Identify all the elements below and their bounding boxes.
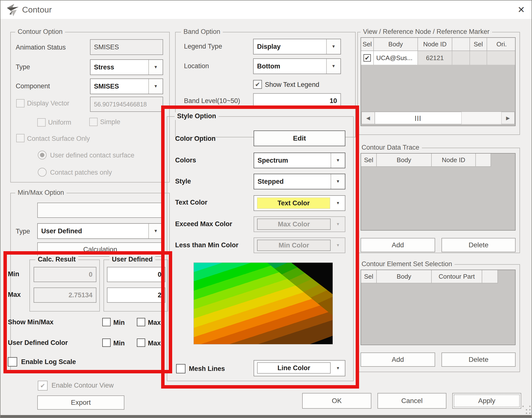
apply-button[interactable]: Apply — [452, 393, 521, 409]
user-defined-color-min-checkbox[interactable] — [102, 339, 111, 347]
show-text-legend-label: Show Text Legend — [265, 81, 319, 89]
column-header-blank[interactable] — [476, 154, 491, 167]
horizontal-scrollbar[interactable]: ◀ ||| ▶ — [361, 111, 515, 125]
type-combo[interactable]: Stress ▼ — [90, 59, 163, 75]
minmax-type-combo-value: User Defined — [38, 224, 148, 238]
line-color-button[interactable]: Line Color — [257, 362, 331, 374]
style-combo-value: Stepped — [254, 174, 331, 189]
column-header-sel[interactable]: Sel — [361, 270, 377, 283]
row-sel2-cell[interactable] — [470, 51, 487, 65]
color-option-edit-button[interactable]: Edit — [254, 131, 345, 146]
style-label: Style — [175, 178, 191, 185]
chevron-down-icon[interactable]: ▼ — [148, 60, 163, 75]
data-trace-delete-button[interactable]: Delete — [441, 238, 516, 252]
legend-type-combo[interactable]: Display ▼ — [253, 39, 341, 54]
colors-label: Colors — [175, 157, 196, 164]
data-trace-add-button[interactable]: Add — [361, 238, 435, 252]
line-color-dropdown[interactable]: Line Color ▼ — [254, 360, 345, 376]
column-header-blank[interactable] — [482, 270, 498, 283]
component-combo[interactable]: SMISES ▼ — [90, 78, 163, 94]
row-node-id-cell[interactable]: 62121 — [418, 51, 452, 65]
user-defined-color-max-checkbox[interactable] — [137, 339, 145, 347]
minmax-empty-field[interactable] — [37, 203, 163, 218]
text-color-button[interactable]: Text Color — [257, 197, 330, 209]
colors-combo[interactable]: Spectrum ▼ — [254, 153, 345, 168]
show-max-checkbox-label: Max — [148, 319, 161, 327]
scroll-left-icon[interactable]: ◀ — [362, 112, 375, 124]
style-combo[interactable]: Stepped ▼ — [254, 174, 345, 189]
column-header-node-id[interactable]: Node ID — [432, 154, 476, 167]
less-than-min-color-label: Less than Min Color — [175, 241, 238, 249]
row-body-cell[interactable]: UCA@Sus... — [374, 51, 418, 65]
contour-preview-image — [194, 262, 333, 344]
column-header-blank[interactable] — [452, 38, 470, 51]
table-row[interactable]: ✔ UCA@Sus... 62121 — [361, 51, 515, 65]
column-header-body[interactable]: Body — [377, 154, 432, 167]
row-blank-cell[interactable] — [452, 51, 470, 65]
location-combo[interactable]: Bottom ▼ — [253, 58, 341, 74]
chevron-down-icon[interactable]: ▼ — [331, 153, 345, 168]
mesh-lines-checkbox[interactable] — [176, 364, 185, 373]
show-max-checkbox[interactable] — [137, 318, 145, 326]
minmax-option-title: Min/Max Option — [15, 189, 66, 196]
user-defined-min-field[interactable]: 0 — [107, 267, 165, 282]
ok-button[interactable]: OK — [302, 393, 371, 409]
close-icon[interactable]: ✕ — [515, 4, 528, 16]
simple-checkbox — [89, 118, 98, 126]
uniform-checkbox — [37, 118, 46, 127]
element-set-add-button[interactable]: Add — [361, 353, 435, 367]
user-defined-color-max-label: Max — [148, 340, 161, 347]
show-min-checkbox[interactable] — [102, 318, 111, 326]
chevron-down-icon[interactable]: ▼ — [326, 39, 340, 54]
min-color-button: Min Color — [257, 240, 331, 251]
text-color-label: Text Color — [175, 199, 208, 206]
show-minmax-label: Show Min/Max — [8, 318, 53, 326]
scrollbar-thumb[interactable]: ||| — [375, 112, 462, 124]
display-vector-field: 56.9071945466818 — [90, 97, 163, 112]
show-text-legend-checkbox[interactable]: ✔ — [253, 80, 262, 89]
max-color-button: Max Color — [257, 219, 331, 230]
enable-log-scale-checkbox[interactable] — [8, 357, 17, 366]
contact-patches-only-label: Contact patches only — [50, 169, 112, 176]
chevron-down-icon[interactable]: ▼ — [331, 174, 345, 189]
enable-log-scale-label: Enable Log Scale — [21, 358, 76, 366]
contour-data-trace-table: Sel Body Node ID — [361, 153, 516, 231]
enable-contour-view-checkbox[interactable]: ✔ — [38, 381, 48, 391]
column-header-sel[interactable]: Sel — [361, 154, 377, 167]
contour-data-trace-title: Contour Data Trace — [359, 144, 422, 151]
resize-grip[interactable] — [522, 406, 532, 416]
chevron-down-icon[interactable]: ▼ — [148, 79, 163, 94]
band-level-field[interactable]: 10 — [253, 93, 341, 108]
column-header-sel2[interactable]: Sel — [470, 38, 487, 51]
column-header-node-id[interactable]: Node ID — [418, 38, 452, 51]
element-set-delete-button[interactable]: Delete — [441, 353, 516, 367]
window-bottom-edge — [0, 415, 532, 418]
chevron-down-icon[interactable]: ▼ — [333, 361, 343, 376]
column-header-contour-part[interactable]: Contour Part — [432, 270, 482, 283]
scrollbar-track[interactable] — [462, 112, 501, 124]
legend-type-combo-value: Display — [254, 39, 326, 54]
legend-type-label: Legend Type — [184, 43, 222, 50]
row-sel-cell[interactable]: ✔ — [361, 51, 374, 65]
column-header-sel[interactable]: Sel — [361, 38, 374, 51]
chevron-down-icon[interactable]: ▼ — [326, 59, 340, 74]
mesh-lines-label: Mesh Lines — [189, 365, 225, 373]
app-logo-icon — [6, 3, 20, 17]
text-color-dropdown[interactable]: Text Color ▼ — [254, 195, 345, 211]
column-header-ori[interactable]: Ori. — [487, 38, 516, 51]
minmax-type-combo[interactable]: User Defined ▼ — [37, 223, 163, 239]
cancel-button[interactable]: Cancel — [377, 393, 446, 409]
calculation-button[interactable]: Calculation — [37, 242, 163, 257]
row-ori-cell[interactable] — [487, 51, 516, 65]
contact-surface-only-label: Contact Surface Only — [27, 135, 90, 143]
calc-result-title: Calc. Result — [35, 256, 78, 263]
animation-status-label: Animation Status — [16, 44, 66, 51]
chevron-down-icon[interactable]: ▼ — [148, 224, 163, 238]
column-header-body[interactable]: Body — [377, 270, 432, 283]
chevron-down-icon[interactable]: ▼ — [333, 196, 343, 210]
user-defined-max-field[interactable]: 2 — [107, 287, 165, 303]
row-checkbox[interactable]: ✔ — [363, 54, 371, 62]
scroll-right-icon[interactable]: ▶ — [501, 112, 515, 124]
column-header-body[interactable]: Body — [374, 38, 418, 51]
export-button[interactable]: Export — [37, 395, 124, 410]
